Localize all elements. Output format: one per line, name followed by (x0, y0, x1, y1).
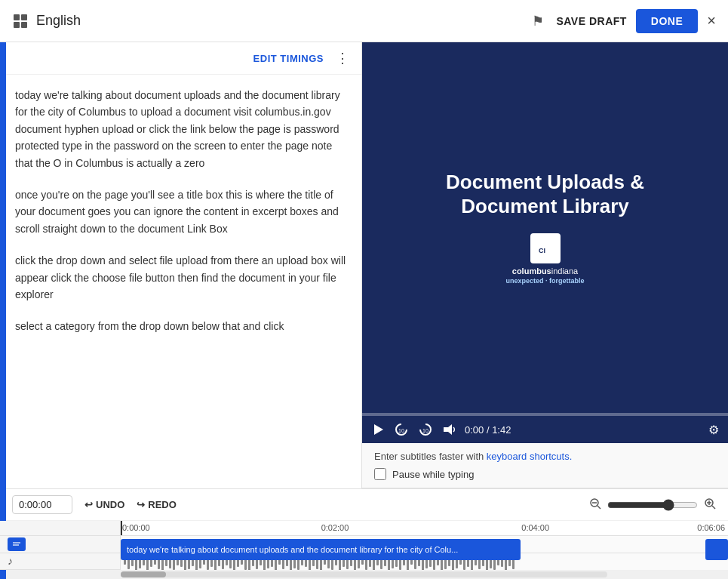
timeline-toolbar: ↩ UNDO ↪ REDO (0, 489, 728, 521)
video-progress-bar[interactable] (362, 413, 728, 416)
svg-rect-0 (14, 14, 20, 20)
svg-text:CI: CI (539, 247, 545, 254)
video-title: Document Uploads &Document Library (446, 171, 644, 217)
video-content: Document Uploads &Document Library CI co… (362, 42, 728, 413)
subtitle-track-label (0, 536, 120, 553)
transcript-para-4: select a category from the drop down bel… (15, 318, 346, 334)
zoom-controls (589, 497, 716, 513)
svg-line-14 (712, 506, 715, 509)
transcript-area: today we're talking about document uploa… (0, 75, 361, 488)
right-panel: Document Uploads &Document Library CI co… (362, 42, 728, 488)
subtitle-clip-text-1: today we're talking about document uploa… (127, 545, 458, 554)
music-icon: ♪ (8, 555, 13, 567)
track-labels: ♪ (0, 536, 121, 570)
svg-rect-1 (21, 14, 27, 20)
audio-track-label: ♪ (0, 553, 120, 571)
scrollbar-thumb[interactable] (121, 571, 166, 577)
svg-text:10: 10 (398, 428, 404, 433)
header-language-title: English (36, 13, 81, 29)
keyboard-shortcuts-link[interactable]: keyboard shortcuts. (487, 451, 572, 462)
ruler-mark-0: 0:00:00 (122, 523, 150, 532)
done-button[interactable]: DONE (636, 9, 698, 33)
redo-button[interactable]: ↪ REDO (137, 499, 177, 510)
header-right: ⚑ SAVE DRAFT DONE × (529, 9, 716, 33)
transcript-para-1: today we're talking about document uploa… (15, 87, 346, 171)
header: English ⚑ SAVE DRAFT DONE × (0, 0, 728, 42)
pause-checkbox[interactable] (374, 468, 386, 480)
ruler-mark-2: 0:04:00 (521, 523, 549, 532)
logo-text: columbusindiana unexpected · forgettable (505, 266, 584, 285)
save-draft-button[interactable]: SAVE DRAFT (556, 15, 626, 27)
more-menu-button[interactable]: ⋮ (336, 50, 349, 66)
main-content: EDIT TIMINGS ⋮ today we're talking about… (0, 42, 728, 488)
logo-area: CI columbusindiana unexpected · forgetta… (505, 233, 584, 285)
pause-label: Pause while typing (392, 469, 474, 480)
svg-rect-2 (14, 22, 20, 28)
subtitle-clip-1[interactable]: today we're talking about document uploa… (121, 539, 521, 560)
redo-icon: ↪ (137, 499, 145, 510)
svg-marker-6 (374, 424, 383, 435)
settings-button[interactable]: ⚙ (708, 423, 719, 437)
left-panel: EDIT TIMINGS ⋮ today we're talking about… (0, 42, 362, 488)
left-panel-toolbar: EDIT TIMINGS ⋮ (0, 42, 361, 75)
close-button[interactable]: × (707, 12, 716, 29)
transcript-para-3: click the drop down and select file uplo… (15, 252, 346, 303)
bottom-area: ↩ UNDO ↪ REDO 0:00:00 0:02:00 (0, 488, 728, 579)
zoom-in-button[interactable] (704, 497, 716, 513)
scrollbar-area (0, 570, 728, 579)
pause-while-typing: Pause while typing (374, 468, 716, 480)
timeline-tracks: ♪ today we're talking about document upl… (0, 536, 728, 570)
video-container: Document Uploads &Document Library CI co… (362, 42, 728, 443)
edit-timings-button[interactable]: EDIT TIMINGS (253, 53, 324, 64)
video-controls: 10 10 0:00 / 1:42 ⚙ (362, 416, 728, 443)
flag-button[interactable]: ⚑ (529, 10, 547, 32)
columbus-logo-icon: CI (530, 233, 561, 263)
undo-button[interactable]: ↩ UNDO (84, 499, 124, 510)
subtitle-clip-2[interactable] (705, 539, 728, 560)
rewind-button[interactable]: 10 (394, 422, 409, 437)
svg-line-11 (597, 506, 601, 509)
grid-icon (12, 13, 29, 29)
svg-marker-9 (444, 424, 452, 435)
more-icon: ⋮ (336, 50, 349, 66)
ruler-mark-3: 0:06:06 (697, 523, 725, 532)
subtitle-info: Enter subtitles faster with keyboard sho… (362, 443, 728, 488)
volume-button[interactable] (442, 423, 456, 436)
subtitle-track: today we're talking about document uploa… (121, 536, 728, 553)
header-left: English (12, 13, 81, 29)
time-input[interactable] (12, 495, 72, 514)
forward-button[interactable]: 10 (418, 422, 433, 437)
svg-text:10: 10 (422, 428, 429, 433)
header-logo (12, 13, 29, 29)
zoom-out-button[interactable] (589, 497, 601, 513)
scrollbar-track[interactable] (121, 571, 607, 577)
subtitle-track-icon (8, 537, 26, 551)
play-button[interactable] (371, 423, 385, 436)
zoom-slider[interactable] (607, 499, 698, 511)
undo-icon: ↩ (84, 499, 93, 510)
keyboard-shortcut-hint: Enter subtitles faster with keyboard sho… (374, 451, 716, 462)
timeline-needle (121, 521, 122, 535)
transcript-para-2: once you're on the page you'll see a tit… (15, 186, 346, 237)
svg-rect-3 (21, 22, 27, 28)
time-display: 0:00 / 1:42 (465, 424, 699, 436)
ruler-mark-1: 0:02:00 (321, 523, 349, 532)
svg-rect-17 (11, 541, 22, 548)
track-content-area: today we're talking about document uploa… (121, 536, 728, 570)
left-strip (0, 42, 6, 579)
